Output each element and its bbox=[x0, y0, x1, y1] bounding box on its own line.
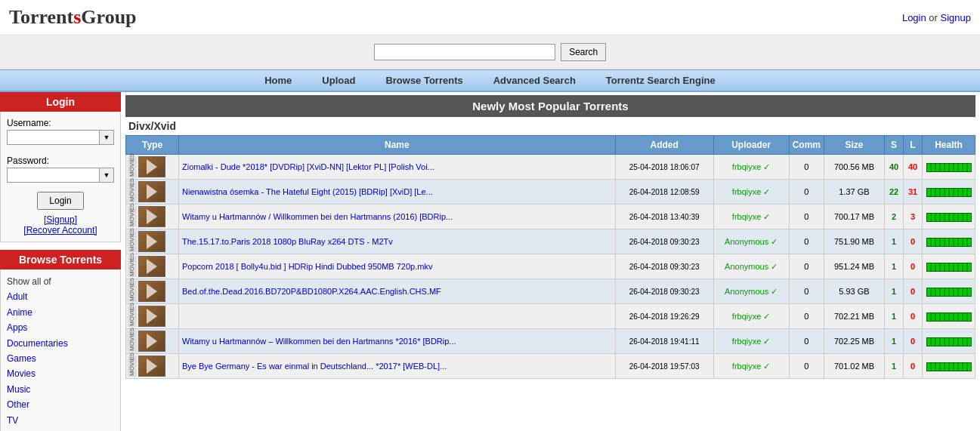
show-all-link[interactable]: Show all of bbox=[7, 274, 114, 289]
name-cell[interactable]: Bed.of.the.Dead.2016.BD720P&BD1080P.X264… bbox=[179, 279, 616, 304]
type-cell: MOVIES bbox=[126, 155, 179, 180]
navbar: Home Upload Browse Torrents Advanced Sea… bbox=[0, 69, 980, 92]
table-row: MOVIES Bye Bye Germany - Es war einmal i… bbox=[126, 354, 975, 379]
seeders-cell: 2 bbox=[885, 205, 904, 229]
col-size: Size bbox=[824, 136, 885, 155]
category-other[interactable]: Other bbox=[7, 397, 114, 412]
comm-cell: 0 bbox=[789, 205, 824, 229]
nav-browse-torrents[interactable]: Browse Torrents bbox=[385, 75, 462, 86]
uploader-cell[interactable]: frbqiyxe ✓ bbox=[713, 329, 789, 354]
torrent-link[interactable]: Nienawistna ósemka - The Hateful Eight (… bbox=[182, 187, 433, 196]
category-tv[interactable]: TV bbox=[7, 413, 114, 428]
category-anime[interactable]: Anime bbox=[7, 305, 114, 320]
login-button[interactable]: Login bbox=[37, 192, 83, 210]
auth-or: or bbox=[929, 12, 940, 23]
col-type: Type bbox=[126, 136, 179, 155]
torrent-link[interactable]: The.15.17.to.Paris 2018 1080p BluRay x26… bbox=[182, 237, 393, 246]
login-link[interactable]: Login bbox=[902, 12, 926, 23]
search-input[interactable] bbox=[374, 44, 555, 60]
nav-upload[interactable]: Upload bbox=[322, 75, 355, 86]
table-row: MOVIES Popcorn 2018 [ Bolly4u.bid ] HDRi… bbox=[126, 254, 975, 279]
uploader-link[interactable]: Anonymous bbox=[725, 262, 768, 271]
torrent-table: Type Name Added Uploader Comm Size S L H… bbox=[125, 135, 975, 379]
nav-home[interactable]: Home bbox=[264, 75, 292, 86]
category-music[interactable]: Music bbox=[7, 382, 114, 397]
category-games[interactable]: Games bbox=[7, 351, 114, 366]
uploader-cell[interactable]: Anonymous ✓ bbox=[713, 254, 789, 279]
type-cell: MOVIES bbox=[126, 304, 179, 329]
name-cell[interactable]: Witamy u Hartmannów / Willkommen bei den… bbox=[179, 205, 616, 229]
torrent-link[interactable]: Witamy u Hartmannów / Willkommen bei den… bbox=[182, 212, 453, 221]
leechers-cell: 3 bbox=[904, 205, 923, 229]
uploader-link[interactable]: frbqiyxe bbox=[732, 212, 762, 221]
category-movies[interactable]: Movies bbox=[7, 366, 114, 381]
thumbnail bbox=[138, 306, 165, 327]
comm-cell: 0 bbox=[789, 329, 824, 354]
main-content: Newly Most Popular Torrents Divx/Xvid Ty… bbox=[121, 92, 980, 431]
sidebar: Login Username: ▼ Password: ▼ Login [Sig… bbox=[0, 92, 121, 431]
added-cell: 26-04-2018 09:30:23 bbox=[615, 279, 713, 304]
size-cell: 5.93 GB bbox=[824, 279, 885, 304]
movies-label: MOVIES bbox=[128, 356, 137, 377]
uploader-cell[interactable]: Anonymous ✓ bbox=[713, 279, 789, 304]
name-cell[interactable]: Bye Bye Germany - Es war einmal in Deuts… bbox=[179, 354, 616, 379]
uploader-link[interactable]: frbqiyxe bbox=[732, 162, 762, 171]
name-cell[interactable]: Nienawistna ósemka - The Hateful Eight (… bbox=[179, 180, 616, 205]
type-cell: MOVIES bbox=[126, 279, 179, 304]
seeders-cell: 22 bbox=[885, 180, 904, 205]
uploader-link[interactable]: frbqiyxe bbox=[732, 362, 762, 371]
name-cell[interactable]: Witamy u Hartmannów – Willkommen bei den… bbox=[179, 329, 616, 354]
added-cell: 26-04-2018 12:08:59 bbox=[615, 180, 713, 205]
name-cell[interactable]: Ziomalki - Dude *2018* [DVDRip] [XviD-NN… bbox=[179, 155, 616, 180]
search-button[interactable]: Search bbox=[561, 43, 606, 61]
uploader-cell[interactable]: frbqiyxe ✓ bbox=[713, 205, 789, 229]
nav-advanced-search[interactable]: Advanced Search bbox=[493, 75, 576, 86]
health-cell bbox=[923, 279, 975, 304]
uploader-cell[interactable]: frbqiyxe ✓ bbox=[713, 180, 789, 205]
type-cell: MOVIES bbox=[126, 329, 179, 354]
torrent-link[interactable]: Witamy u Hartmannów – Willkommen bei den… bbox=[182, 337, 456, 346]
col-health: Health bbox=[923, 136, 975, 155]
uploader-link[interactable]: frbqiyxe bbox=[732, 337, 762, 346]
signup-link[interactable]: Signup bbox=[941, 12, 971, 23]
thumbnail bbox=[138, 256, 165, 277]
uploader-link[interactable]: frbqiyxe bbox=[732, 187, 762, 196]
size-cell: 751.90 MB bbox=[824, 229, 885, 254]
category-documentaries[interactable]: Documentaries bbox=[7, 336, 114, 351]
uploader-link[interactable]: frbqiyxe bbox=[732, 312, 762, 321]
nav-torrentz[interactable]: Torrentz Search Engine bbox=[606, 75, 716, 86]
table-row: MOVIES Witamy u Hartmannów – Willkommen … bbox=[126, 329, 975, 354]
leechers-cell: 0 bbox=[904, 229, 923, 254]
torrent-link[interactable]: Popcorn 2018 [ Bolly4u.bid ] HDRip Hindi… bbox=[182, 262, 432, 271]
name-cell[interactable]: Popcorn 2018 [ Bolly4u.bid ] HDRip Hindi… bbox=[179, 254, 616, 279]
username-btn[interactable]: ▼ bbox=[99, 130, 114, 145]
password-input[interactable] bbox=[7, 168, 114, 183]
uploader-cell[interactable]: frbqiyxe ✓ bbox=[713, 155, 789, 180]
signup-sidebar-link[interactable]: [Signup] bbox=[44, 214, 77, 225]
category-apps[interactable]: Apps bbox=[7, 320, 114, 335]
torrent-link[interactable]: Bed.of.the.Dead.2016.BD720P&BD1080P.X264… bbox=[182, 287, 441, 296]
login-title: Login bbox=[0, 92, 121, 112]
size-cell: 702.25 MB bbox=[824, 329, 885, 354]
health-cell bbox=[923, 329, 975, 354]
col-name: Name bbox=[179, 136, 616, 155]
torrent-link[interactable]: Bye Bye Germany - Es war einmal in Deuts… bbox=[182, 362, 447, 371]
name-cell[interactable]: The.15.17.to.Paris 2018 1080p BluRay x26… bbox=[179, 229, 616, 254]
uploader-cell[interactable]: frbqiyxe ✓ bbox=[713, 354, 789, 379]
health-cell bbox=[923, 205, 975, 229]
username-input[interactable] bbox=[7, 130, 114, 145]
name-cell[interactable] bbox=[179, 304, 616, 329]
table-row: MOVIES Bed.of.the.Dead.2016.BD720P&BD108… bbox=[126, 279, 975, 304]
uploader-cell[interactable]: Anonymous ✓ bbox=[713, 229, 789, 254]
uploader-link[interactable]: Anonymous bbox=[725, 237, 768, 246]
uploader-link[interactable]: Anonymous bbox=[725, 287, 768, 296]
password-btn[interactable]: ▼ bbox=[99, 168, 114, 183]
seeders-cell: 1 bbox=[885, 354, 904, 379]
category-adult[interactable]: Adult bbox=[7, 289, 114, 304]
seeders-cell: 40 bbox=[885, 155, 904, 180]
health-cell bbox=[923, 254, 975, 279]
recover-account-link[interactable]: [Recover Account] bbox=[23, 225, 97, 236]
type-cell: MOVIES bbox=[126, 205, 179, 229]
torrent-link[interactable]: Ziomalki - Dude *2018* [DVDRip] [XviD-NN… bbox=[182, 162, 434, 171]
uploader-cell[interactable]: frbqiyxe ✓ bbox=[713, 304, 789, 329]
